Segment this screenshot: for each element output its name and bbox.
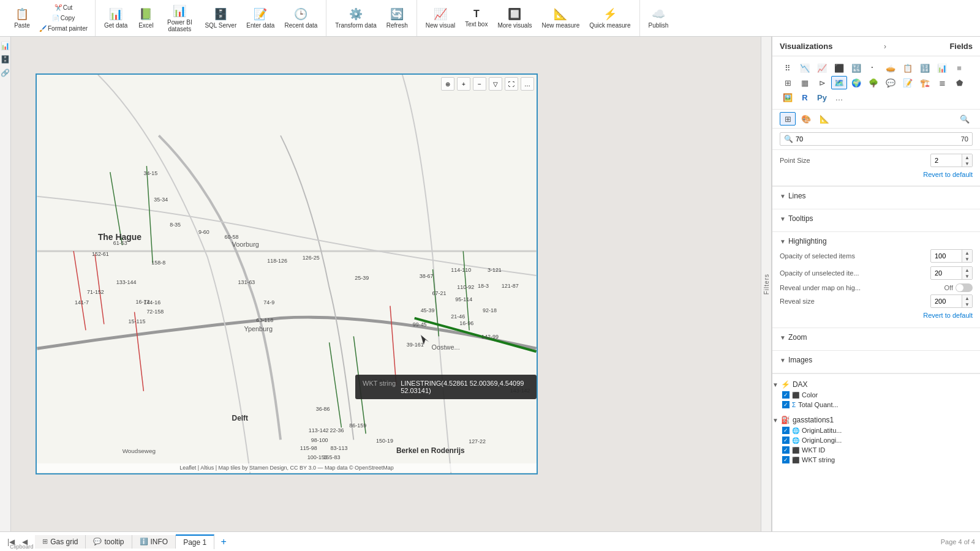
excel-button[interactable]: 📗 Excel [134,5,158,31]
viz-qa[interactable]: 💬 [883,76,899,89]
recent-sources-button[interactable]: 🕒 Recent data [281,5,321,31]
revert-default-point[interactable]: Revert to default [780,171,973,178]
more-visuals-button[interactable]: 🔲 More visuals [494,5,535,31]
map-zoom-in-button[interactable]: + [457,77,470,91]
field-wkt-id[interactable]: ✓ ⬛ WKT ID [772,445,980,455]
refresh-button[interactable]: 🔄 Refresh [383,5,412,31]
format-painter-button[interactable]: 🖌️ Format painter [37,24,90,33]
viz-stacked-bar[interactable]: ⠿ [780,61,796,75]
field-total-quant[interactable]: ✓ Σ Total Quant... [772,400,980,410]
field-origin-lat-checkbox[interactable]: ✓ [782,427,790,434]
field-wkt-string-checkbox[interactable]: ✓ [782,456,790,463]
sidebar-icon-model[interactable]: 🔗 [1,69,10,77]
viz-image[interactable]: 🖼️ [780,91,796,104]
field-color-checkbox[interactable]: ✓ [782,391,790,399]
viz-table[interactable]: ≡ [951,61,967,75]
powerbi-datasets-button[interactable]: 📊 Power BI datasets [160,2,198,35]
field-wkt-string[interactable]: ✓ ⬛ WKT string [772,455,980,465]
transform-button[interactable]: ⚙️ Transform data [331,5,380,31]
map-more-button[interactable]: … [521,77,534,91]
viz-r[interactable]: R [797,91,813,104]
viz-matrix[interactable]: ⊞ [780,76,796,89]
tab-page1[interactable]: Page 1 [176,534,214,549]
add-page-button[interactable]: + [217,535,230,549]
point-size-input[interactable] [931,156,962,165]
revert-default-reveal[interactable]: Revert to default [780,312,973,319]
opacity-selected-input[interactable] [931,251,962,261]
copy-button[interactable]: 📄 Copy [37,13,90,23]
quick-measure-button[interactable]: ⚡ Quick measure [586,5,634,31]
new-measure-button[interactable]: 📐 New measure [538,5,584,31]
zoom-header[interactable]: ▼ Zoom [780,333,973,342]
map-locate-button[interactable]: ⊕ [441,77,454,91]
viz-decomp-tree[interactable]: 🌳 [865,76,881,89]
viz-area[interactable]: 📉 [797,61,813,75]
enter-data-button[interactable]: 📝 Enter data [243,5,278,31]
viz-ribbon[interactable]: ⬛ [831,61,847,75]
viz-shape[interactable]: ⬟ [951,76,967,89]
viz-search-icon[interactable]: 🔍 [957,112,973,126]
lines-header[interactable]: ▼ Lines [780,192,973,200]
panel-expand-button[interactable]: › [884,42,886,51]
opacity-unselected-up[interactable]: ▲ [962,267,972,273]
viz-funnel[interactable]: ⊳ [814,76,830,89]
viz-analytics-icon[interactable]: 📐 [816,112,832,126]
text-box-button[interactable]: T Text box [461,6,491,30]
viz-waterfall[interactable]: 🔣 [848,61,864,75]
viz-format-icon[interactable]: 🎨 [798,112,814,126]
viz-map[interactable]: 🗺️ [831,76,847,89]
viz-kpi[interactable]: 📋 [900,61,916,75]
viz-more[interactable]: … [831,91,847,104]
cut-button[interactable]: ✂️ Cut [37,3,90,12]
opacity-selected-up[interactable]: ▲ [962,250,972,256]
field-color[interactable]: ✓ ⬛ Color [772,390,980,400]
paste-button[interactable]: 📋 Paste [10,5,34,31]
map-visual[interactable]: ⊕ + − ▽ ⛶ … [36,73,538,474]
viz-filled-map[interactable]: 🌍 [848,76,864,89]
viz-gauge[interactable]: 📊 [934,61,950,75]
viz-smart-narrative[interactable]: 📝 [900,76,916,89]
reveal-size-up[interactable]: ▲ [962,295,972,301]
field-origin-lat[interactable]: ✓ 🌐 OriginLatitu... [772,425,980,435]
dax-header[interactable]: ▼ ⚡ DAX [772,379,980,390]
tooltips-header[interactable]: ▼ Tooltips [780,214,973,223]
sidebar-icon-report[interactable]: 📊 [1,42,10,50]
tab-info[interactable]: ℹ️ INFO [132,535,176,549]
map-zoom-out-button[interactable]: − [473,77,486,91]
search-input[interactable] [796,135,959,143]
viz-bar[interactable]: ▦ [797,76,813,89]
map-filter-button[interactable]: ▽ [489,77,502,91]
highlighting-header[interactable]: ▼ Highlighting [780,237,973,246]
tab-tooltip[interactable]: 💬 tooltip [86,535,132,549]
reveal-toggle-track[interactable] [956,283,973,292]
viz-slicer[interactable]: ≣ [934,76,950,89]
viz-card[interactable]: 🔢 [917,61,933,75]
field-origin-lon[interactable]: ✓ 🌐 OriginLongi... [772,435,980,445]
gasstations-header[interactable]: ▼ ⛽ gasstations1 [772,414,980,425]
viz-scatter[interactable]: ⠂ [865,61,881,75]
viz-pie[interactable]: 🥧 [883,61,899,75]
get-data-button[interactable]: 📊 Get data [100,5,131,31]
point-size-down[interactable]: ▼ [962,160,972,167]
images-header[interactable]: ▼ Images [780,356,973,364]
tab-gas-grid[interactable]: ⊞ Gas grid [35,535,86,549]
filters-panel[interactable]: Filters [761,37,772,531]
sql-server-button[interactable]: 🗄️ SQL Server [201,5,240,31]
opacity-unselected-down[interactable]: ▼ [962,273,972,279]
field-origin-lon-checkbox[interactable]: ✓ [782,437,790,444]
reveal-size-input[interactable] [931,296,962,306]
map-fullscreen-button[interactable]: ⛶ [505,77,518,91]
field-total-quant-checkbox[interactable]: ✓ [782,401,790,408]
viz-python[interactable]: Py [814,91,830,104]
sidebar-icon-data[interactable]: 🗄️ [1,55,10,64]
field-wkt-id-checkbox[interactable]: ✓ [782,446,790,454]
viz-line[interactable]: 📈 [814,61,830,75]
opacity-unselected-input[interactable] [931,268,962,278]
viz-fields-icon[interactable]: ⊞ [780,112,796,126]
viz-treemap[interactable]: 🏗️ [917,76,933,89]
new-visual-button[interactable]: 📈 New visual [422,5,459,31]
reveal-size-down[interactable]: ▼ [962,301,972,307]
publish-button[interactable]: ☁️ Publish [645,5,673,31]
point-size-up[interactable]: ▲ [962,154,972,160]
opacity-selected-down[interactable]: ▼ [962,256,972,262]
